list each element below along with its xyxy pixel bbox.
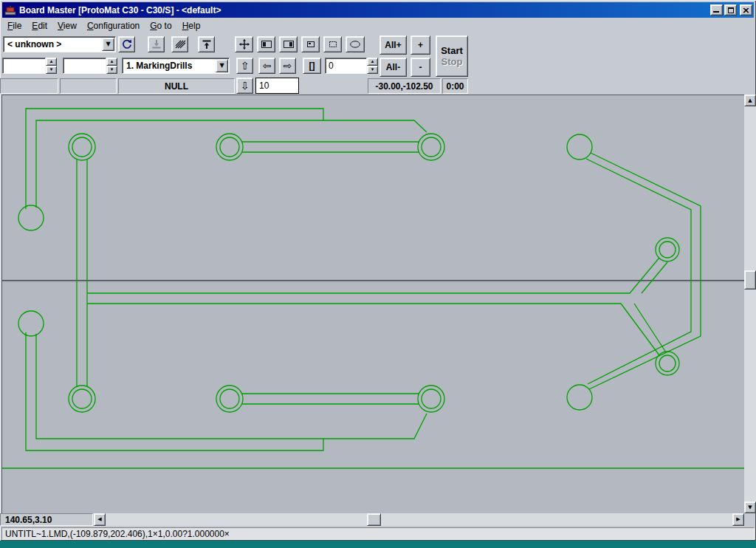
scroll-down-button[interactable]: ▼ [744,501,756,513]
scroll-right-icon: ▶ [736,517,740,522]
count-spin-up-button[interactable]: ▴ [367,58,378,66]
y-spin-down-button[interactable]: ▾ [106,66,117,74]
phase-selector-dropdown-button[interactable]: ▼ [216,59,228,72]
menu-view[interactable]: View [52,19,82,32]
app-window: Board Master [ProtoMat C30 - C30/S] - <d… [0,0,756,541]
plate-up-arrow-icon [201,38,213,50]
start-label: Start [441,45,463,56]
measure-button[interactable] [346,36,365,52]
phase-selector-value: 1. MarkingDrills [123,61,216,71]
horizontal-scroll-thumb[interactable] [367,513,381,526]
close-button[interactable]: × [740,4,752,16]
close-icon: × [742,5,750,15]
rubout-button[interactable] [171,36,188,52]
screen: Board Master [ProtoMat C30 - C30/S] - <d… [0,0,756,548]
horizontal-scrollbar[interactable] [106,513,732,526]
menu-edit[interactable]: Edit [27,19,52,32]
spin-up-icon: ▴ [371,59,374,64]
vertical-scroll-thumb[interactable] [744,270,756,290]
zoom-area-button[interactable] [301,36,320,52]
board-separator-highlight [2,281,744,282]
jog-down-button[interactable]: ⇩ [236,78,253,94]
x-spin-down-button[interactable]: ▾ [46,66,57,74]
count-spinner[interactable]: ▴ ▾ [367,58,378,74]
small-rect-icon [305,38,317,50]
x-position-spinner[interactable]: ▴ ▾ [46,58,57,74]
down-arrow-icon: ⇩ [241,81,250,91]
job-selector[interactable]: < unknown > ▼ [3,36,116,52]
toolbar: < unknown > ▼ [0,34,756,95]
status-bar: UNTITL~1.LMD,(-109.879,202.406),1×1,0.00… [1,527,755,540]
spin-down-icon: ▾ [111,67,114,72]
plus-button[interactable]: + [410,35,430,55]
board-right-icon [283,38,295,50]
status-cell-y [60,78,117,94]
jog-left-button[interactable]: ⇦ [258,58,275,74]
chevron-down-icon: ▼ [106,41,110,47]
y-position-field[interactable] [63,58,106,74]
y-spin-up-button[interactable]: ▴ [106,58,117,66]
tool-status-cell: NULL [118,78,235,94]
spin-up-icon: ▴ [50,59,53,64]
restore-button[interactable] [724,4,737,16]
elapsed-time-cell: 0:00 [442,78,468,94]
menu-configuration[interactable]: Configuration [82,19,145,32]
all-plus-button[interactable]: All+ [379,35,407,55]
count-spin-down-button[interactable]: ▾ [367,66,378,74]
scroll-up-icon: ▲ [748,98,752,103]
scroll-up-button[interactable]: ▲ [744,95,756,106]
jog-right-button[interactable]: ⇨ [279,58,296,74]
refresh-icon [121,38,133,50]
scroll-down-icon: ▼ [748,505,752,510]
scroll-left-icon: ◀ [97,517,101,522]
hatch-icon [174,38,186,50]
count-field[interactable] [325,58,367,74]
status-cell-x [0,78,58,94]
left-arrow-icon: ⇦ [263,61,272,71]
pcb-drawing [2,95,744,513]
cursor-coords-cell: 140.65,3.10 [0,513,93,526]
phase-selector[interactable]: 1. MarkingDrills ▼ [122,58,230,74]
job-selector-value: < unknown > [4,39,102,49]
material-up-button[interactable] [198,36,215,52]
chevron-down-icon: ▼ [219,63,224,69]
refresh-button[interactable] [118,36,135,52]
scroll-right-button[interactable]: ▶ [732,513,744,526]
start-stop-button[interactable]: Start Stop [436,35,468,77]
minimize-button[interactable] [710,4,723,16]
jog-up-button[interactable]: ⇧ [236,58,253,74]
x-position-field[interactable] [2,58,46,74]
dashed-rect-icon [327,38,339,50]
stop-label: Stop [441,56,463,67]
view-board-button[interactable] [257,36,275,52]
send-to-machine-button[interactable] [148,36,165,52]
job-selector-dropdown-button[interactable]: ▼ [102,38,114,51]
menu-file[interactable]: File [2,19,27,32]
x-spin-up-button[interactable]: ▴ [46,58,57,66]
minus-button[interactable]: - [410,58,430,77]
up-arrow-icon: ⇧ [241,61,250,71]
board-left-icon [261,38,272,50]
minimize-icon [713,11,719,13]
spin-down-icon: ▾ [371,67,374,72]
move-cross-icon [238,38,250,50]
y-position-spinner[interactable]: ▴ ▾ [106,58,117,74]
pcb-canvas[interactable] [1,95,744,513]
menu-help[interactable]: Help [177,19,206,32]
step-size-field[interactable] [255,78,299,94]
menu-goto[interactable]: Go to [145,19,176,32]
zoom-select-button[interactable] [323,36,342,52]
spin-up-icon: ▴ [111,59,114,64]
trace-layer [2,109,744,468]
view-window-button[interactable] [279,36,298,52]
menu-bar: File Edit View Configuration Go to Help [2,18,754,33]
scroll-left-button[interactable]: ◀ [94,513,106,526]
move-head-button[interactable] [235,36,253,52]
spin-down-icon: ▾ [50,67,53,72]
vertical-scrollbar[interactable] [744,95,756,513]
window-title: Board Master [ProtoMat C30 - C30/S] - <d… [19,5,710,16]
right-arrow-icon: ⇨ [284,61,292,71]
brackets-button[interactable]: [] [303,58,321,74]
all-minus-button[interactable]: All- [379,58,407,77]
board-separator-line [2,280,744,281]
